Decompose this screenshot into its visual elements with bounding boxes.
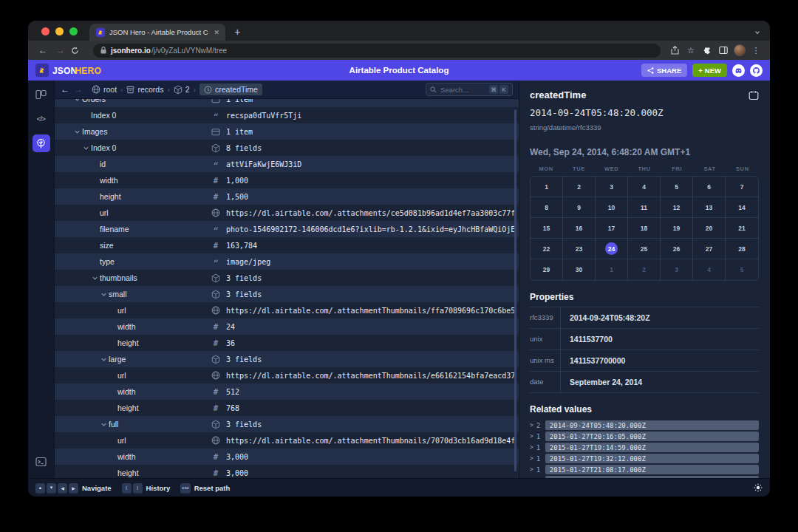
tree-row[interactable]: height#36 <box>55 335 519 351</box>
tree-row[interactable]: size#163,784 <box>55 237 519 253</box>
chevron-down-icon[interactable] <box>72 129 82 135</box>
new-tab-button[interactable]: + <box>225 26 249 41</box>
tree-scrollbar[interactable] <box>514 109 516 471</box>
related-value-row[interactable]: >12015-01-27T19:14:59.000Z <box>530 443 759 452</box>
theme-toggle-sun-icon[interactable] <box>754 483 763 492</box>
tree-row[interactable]: urlhttps://dl.airtable.com/.attachmentTh… <box>55 302 519 318</box>
hash-icon: # <box>211 192 221 201</box>
calendar-day-cell: 12 <box>661 197 693 218</box>
related-value-row[interactable]: > <box>530 476 759 478</box>
related-value-row[interactable]: >22014-09-24T05:48:20.000Z <box>530 420 759 430</box>
tree-value-text: 163,784 <box>226 242 257 250</box>
quote-icon: “ <box>211 228 221 234</box>
extensions-puzzle-icon[interactable] <box>700 46 714 55</box>
maximize-window-button[interactable] <box>69 27 78 35</box>
tree-value-text: photo-1546902172-146006dcd1e6?ixlib=rb-1… <box>226 225 514 233</box>
chevron-right-icon: > <box>530 422 533 429</box>
reload-button[interactable] <box>71 47 86 55</box>
new-document-button[interactable]: + NEW <box>692 64 727 77</box>
tab-search-chevron-icon[interactable] <box>754 29 761 36</box>
json-tree-panel: Orders1 itemIndex 0“recspa0dTuVfr5TjiIma… <box>55 99 519 478</box>
globe-icon <box>92 85 100 94</box>
jsonhero-logo[interactable]: JSONHERO <box>35 64 101 77</box>
related-value-row[interactable]: >12015-01-27T19:32:12.000Z <box>530 454 759 463</box>
breadcrumb-item-createdTime[interactable]: createdTime <box>200 83 262 95</box>
tree-row[interactable]: filename“photo-1546902172-146006dcd1e6?i… <box>55 221 519 237</box>
side-panel-icon[interactable] <box>717 46 730 55</box>
breadcrumb-back-icon[interactable]: ← <box>61 84 69 95</box>
calendar-day-cell: 3 <box>596 177 628 197</box>
address-bar[interactable]: jsonhero.io /j/v0yZaLuVYNwM/tree <box>93 44 661 58</box>
close-window-button[interactable] <box>41 27 50 35</box>
profile-avatar[interactable] <box>733 44 746 56</box>
chevron-down-icon[interactable] <box>99 356 109 363</box>
chevron-down-icon[interactable] <box>72 99 82 103</box>
tree-row[interactable]: urlhttps://dl.airtable.com/.attachments/… <box>55 205 519 221</box>
search-input[interactable]: Search... ⌘K <box>426 83 513 96</box>
tree-row[interactable]: large3 fields <box>55 351 519 367</box>
breadcrumb-item-root[interactable]: root <box>92 85 117 94</box>
tree-row[interactable]: width#3,000 <box>55 449 519 465</box>
tree-row[interactable]: id“attViFaKwjE6WJ3iD <box>55 156 519 172</box>
discord-icon[interactable] <box>732 64 745 77</box>
tree-row[interactable]: Orders1 item <box>55 99 519 107</box>
minimize-window-button[interactable] <box>55 27 64 35</box>
cube-icon <box>211 355 221 364</box>
tree-row[interactable]: urlhttps://dl.airtable.com/.attachmentTh… <box>55 367 519 383</box>
related-value-row[interactable]: >12015-01-27T21:08:17.000Z <box>530 465 759 474</box>
tree-row[interactable]: width#1,000 <box>55 172 519 188</box>
tree-row[interactable]: full3 fields <box>55 416 519 432</box>
tree-row[interactable]: Index 0“recspa0dTuVfr5Tji <box>55 107 519 123</box>
browser-tab[interactable]: JSON Hero - Airtable Product C ✕ <box>89 24 225 41</box>
tree-key-label: height <box>117 338 139 347</box>
tree-row[interactable]: width#512 <box>55 383 519 400</box>
calendar-day-cell: 7 <box>726 177 758 197</box>
calendar-day-cell: 10 <box>596 197 628 218</box>
tree-key-label: url <box>117 371 126 380</box>
tree-row[interactable]: small3 fields <box>55 286 519 302</box>
browser-menu-icon[interactable]: ⋮ <box>749 46 763 55</box>
hash-icon: # <box>211 176 221 185</box>
tree-row[interactable]: Images1 item <box>55 123 519 140</box>
breadcrumb-item-2[interactable]: 2 <box>174 85 190 95</box>
tree-key-label: Images <box>82 127 107 136</box>
tree-value-text: attViFaKwjE6WJ3iD <box>226 160 301 168</box>
tree-row[interactable]: width#24 <box>55 318 519 335</box>
chevron-down-icon[interactable] <box>99 291 109 298</box>
tree-row[interactable]: urlhttps://dl.airtable.com/.attachmentTh… <box>55 432 519 449</box>
tree-row[interactable]: height#1,500 <box>55 188 519 205</box>
tree-value: #512 <box>211 387 514 396</box>
tree-row[interactable]: thumbnails3 fields <box>55 270 519 286</box>
chevron-down-icon[interactable] <box>90 275 100 282</box>
inspector-title: createdTime <box>530 89 586 100</box>
share-page-icon[interactable] <box>668 46 681 55</box>
tree-row[interactable]: type“image/jpeg <box>55 253 519 270</box>
bookmark-star-icon[interactable]: ☆ <box>684 46 698 55</box>
cube-icon <box>211 420 221 429</box>
share-button[interactable]: SHARE <box>641 64 687 77</box>
breadcrumb-forward-icon[interactable]: → <box>74 84 83 95</box>
tree-row[interactable]: height#3,000 <box>55 465 519 478</box>
tree-row[interactable]: height#768 <box>55 400 519 416</box>
tree-value: https://dl.airtable.com/.attachments/ce5… <box>211 208 514 217</box>
tree-value-text: recspa0dTuVfr5Tji <box>226 112 301 120</box>
terminal-icon[interactable] <box>33 453 50 471</box>
tree-key-label: small <box>109 290 127 299</box>
chevron-down-icon[interactable] <box>81 145 91 151</box>
github-icon[interactable] <box>750 64 763 77</box>
tree-key-label: url <box>117 436 126 445</box>
tab-close-icon[interactable]: ✕ <box>214 29 220 36</box>
tree-view-icon[interactable] <box>33 134 50 152</box>
tree-row[interactable]: Index 08 fields <box>55 140 519 156</box>
property-row: dateSeptember 24, 2014 <box>530 372 759 393</box>
breadcrumb-item-records[interactable]: records <box>126 85 163 94</box>
tree-value: #36 <box>211 338 514 347</box>
quote-icon: “ <box>211 163 221 169</box>
calendar-day-cell: 20 <box>693 218 726 239</box>
back-button[interactable]: ← <box>35 45 50 55</box>
json-view-icon[interactable]: </> <box>33 110 50 128</box>
chevron-down-icon[interactable] <box>99 421 109 428</box>
column-view-icon[interactable] <box>33 86 50 103</box>
forward-button[interactable]: → <box>53 45 68 55</box>
related-value-row[interactable]: >12015-01-27T20:16:05.000Z <box>530 432 759 441</box>
